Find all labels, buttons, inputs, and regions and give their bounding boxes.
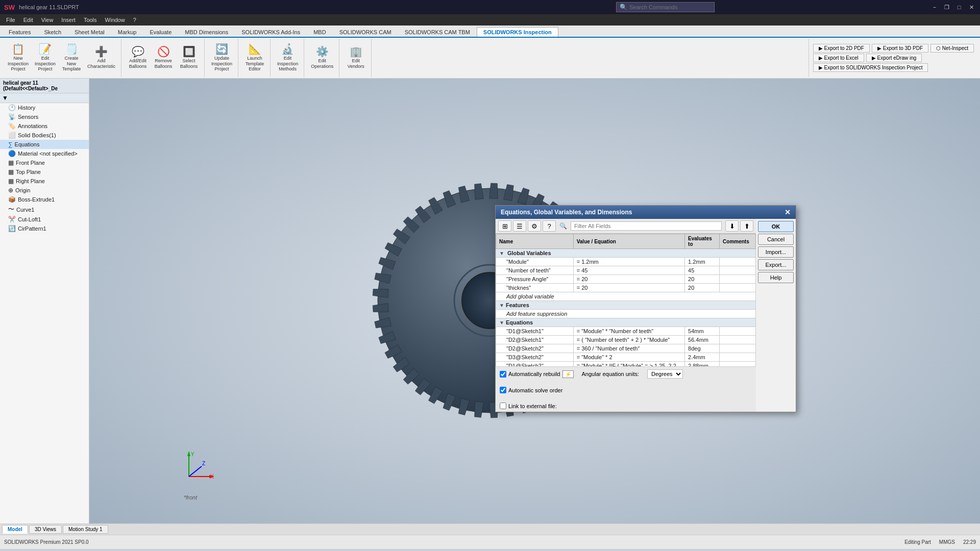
global-variable-row[interactable]: "Module"= 1.2mm1.2mm	[496, 258, 756, 266]
export-solidworks-inspection-button[interactable]: ▶ Export to SOLIDWORKS Inspection Projec…	[813, 63, 928, 72]
sidebar-item-boss-extrude1[interactable]: 📦 Boss-Extrude1	[0, 195, 89, 204]
select-balloons-button[interactable]: 🔲 SelectBalloons	[177, 44, 201, 72]
dialog-settings-button[interactable]: ⚙	[528, 220, 541, 232]
equation-row[interactable]: "D1@Sketch2"= "Module" * IIF ( "Module" …	[496, 362, 756, 367]
sidebar-item-annotations[interactable]: 🏷️ Annotations	[0, 121, 89, 131]
dialog-table-view-button[interactable]: ⊞	[498, 220, 511, 232]
auto-solve-checkbox[interactable]	[500, 387, 506, 393]
angular-units-select[interactable]: Degrees Radians	[647, 369, 683, 379]
import-button[interactable]: Import...	[758, 246, 794, 258]
add-feature-suppression-row[interactable]: Add feature suppression	[496, 310, 756, 318]
equation-row[interactable]: "D3@Sketch2"= "Module" * 22.4mm	[496, 353, 756, 362]
export-button[interactable]: Export...	[758, 259, 794, 270]
export-edrawing-button[interactable]: ▶ Export eDraw ing	[866, 54, 922, 62]
help-button[interactable]: Help	[758, 272, 794, 283]
sidebar-item-cut-loft1[interactable]: ✂️ Cut-Loft1	[0, 215, 89, 224]
edit-operations-button[interactable]: ⚙️ EditOperations	[308, 44, 336, 72]
add-global-variable-row[interactable]: Add global variable	[496, 292, 756, 301]
tab-sketch[interactable]: Sketch	[37, 27, 68, 37]
sidebar-item-curve1[interactable]: 〜 Curve1	[0, 204, 89, 215]
new-inspection-icon: 📋	[12, 44, 24, 54]
minimize-button[interactable]: −	[930, 3, 939, 12]
tab-sheet-metal[interactable]: Sheet Metal	[68, 27, 111, 37]
sidebar-item-material[interactable]: 🔵 Material <not specified>	[0, 149, 89, 158]
auto-rebuild-checkbox[interactable]	[500, 371, 506, 378]
net-inspect-button[interactable]: ⬡ Net-Inspect	[930, 44, 974, 53]
sidebar-item-origin[interactable]: ⊕ Origin	[0, 186, 89, 195]
ok-button[interactable]: OK	[758, 221, 794, 232]
tab-solidworks-cam-tbm[interactable]: SOLIDWORKS CAM TBM	[398, 27, 477, 37]
export-data-button[interactable]: ⬆	[740, 220, 753, 232]
edit-inspection-methods-button[interactable]: 🔬 EditInspectionMethods	[275, 41, 301, 74]
equation-row[interactable]: "D2@Sketch2"= 360 / "Number of teeth"8de…	[496, 344, 756, 353]
menu-tools[interactable]: Tools	[80, 16, 101, 24]
menu-help[interactable]: ?	[129, 16, 140, 24]
edit-inspection-button[interactable]: 📝 EditInspectionProject	[32, 41, 58, 74]
add-characteristic-button[interactable]: ➕ AddCharacteristic	[85, 44, 118, 72]
import-data-button[interactable]: ⬇	[725, 220, 739, 232]
launch-template-editor-button[interactable]: 📐 LaunchTemplateEditor	[242, 41, 267, 74]
menu-edit[interactable]: Edit	[19, 16, 37, 24]
dialog-main-content: ⊞ ☰ ⚙ ? 🔍 ⬇ ⬆ Nam	[496, 219, 756, 412]
link-external-label[interactable]: Link to external file:	[500, 403, 752, 409]
sidebar-item-cirpattern1[interactable]: 🔃 CirPattern1	[0, 224, 89, 233]
export-excel-button[interactable]: ▶ Export to Excel	[813, 54, 864, 62]
auto-solve-label[interactable]: Automatic solve order	[500, 387, 562, 393]
dialog-list-view-button[interactable]: ☰	[513, 220, 526, 232]
edit-vendors-button[interactable]: 🏢 EditVendors	[344, 44, 368, 72]
tab-solidworks-inspection[interactable]: SOLIDWORKS Inspection	[477, 27, 558, 37]
tab-mbd-dimensions[interactable]: MBD Dimensions	[178, 27, 235, 37]
link-external-checkbox[interactable]	[500, 403, 506, 409]
add-global-variable-link[interactable]: Add global variable	[496, 292, 756, 301]
maximize-button[interactable]: □	[954, 3, 964, 12]
close-button[interactable]: ✕	[967, 3, 976, 12]
sidebar-item-right-plane[interactable]: ▦ Right Plane	[0, 177, 89, 186]
filter-icon[interactable]: ▼	[2, 94, 8, 102]
dialog-title-bar[interactable]: Equations, Global Variables, and Dimensi…	[496, 206, 796, 219]
global-variable-row[interactable]: "Number of teeth"= 4545	[496, 266, 756, 275]
tab-evaluate[interactable]: Evaluate	[143, 27, 178, 37]
sidebar-item-front-plane[interactable]: ▦ Front Plane	[0, 158, 89, 167]
sidebar-item-solid-bodies[interactable]: ⬜ Solid Bodies(1)	[0, 131, 89, 140]
create-new-template-button[interactable]: 🗒️ CreateNewTemplate	[59, 41, 84, 74]
export-2d-pdf-button[interactable]: ▶ Export to 2D PDF	[813, 44, 870, 53]
menu-window[interactable]: Window	[101, 16, 129, 24]
export-3d-pdf-button[interactable]: ▶ Export to 3D PDF	[872, 44, 928, 53]
tab-mbd[interactable]: MBD	[307, 27, 332, 37]
equation-row[interactable]: "D1@Sketch1"= "Module" * "Number of teet…	[496, 327, 756, 336]
menu-view[interactable]: View	[37, 16, 58, 24]
add-feature-suppression-link[interactable]: Add feature suppression	[496, 310, 756, 318]
equations-expand-icon[interactable]: ▼	[499, 320, 504, 325]
sidebar-item-top-plane[interactable]: ▦ Top Plane	[0, 167, 89, 177]
auto-rebuild-label[interactable]: Automatically rebuild ⚡	[500, 370, 574, 378]
cancel-button[interactable]: Cancel	[758, 234, 794, 245]
tab-solidworks-addins[interactable]: SOLIDWORKS Add-Ins	[235, 27, 307, 37]
update-inspection-button[interactable]: 🔄 UpdateInspectionProject	[209, 41, 235, 74]
add-edit-balloons-button[interactable]: 💬 Add/EditBalloons	[126, 44, 150, 72]
equations-table-container[interactable]: Name Value / Equation Evaluates to Comme…	[496, 234, 756, 366]
restore-button[interactable]: ❐	[942, 3, 951, 12]
menu-insert[interactable]: Insert	[57, 16, 80, 24]
model-tab[interactable]: Model	[2, 525, 28, 534]
global-variable-row[interactable]: "thicknes"= 2020	[496, 284, 756, 292]
filter-input[interactable]	[571, 221, 722, 231]
3d-views-tab[interactable]: 3D Views	[29, 525, 62, 534]
motion-study-tab[interactable]: Motion Study 1	[63, 525, 108, 534]
eq-value: = "Module" * "Number of teeth"	[573, 327, 684, 336]
tab-features[interactable]: Features	[2, 27, 37, 37]
features-expand-icon[interactable]: ▼	[499, 303, 504, 308]
new-inspection-button[interactable]: 📋 NewInspectionProject	[5, 41, 31, 74]
sidebar-item-history[interactable]: 🕐 History	[0, 103, 89, 112]
dialog-close-icon[interactable]: ✕	[785, 208, 791, 216]
tab-solidworks-cam[interactable]: SOLIDWORKS CAM	[333, 27, 398, 37]
global-vars-expand-icon[interactable]: ▼	[499, 251, 504, 256]
search-input[interactable]	[629, 4, 711, 10]
dialog-help-button[interactable]: ?	[543, 220, 556, 232]
sidebar-item-sensors[interactable]: 📡 Sensors	[0, 112, 89, 121]
remove-balloons-button[interactable]: 🚫 RemoveBalloons	[151, 44, 176, 72]
sidebar-item-equations[interactable]: ∑ Equations	[0, 140, 89, 149]
global-variable-row[interactable]: "Pressure Angle"= 2020	[496, 275, 756, 284]
equation-row[interactable]: "D2@Sketch1"= ( "Number of teeth" + 2 ) …	[496, 336, 756, 344]
menu-file[interactable]: File	[2, 16, 19, 24]
tab-markup[interactable]: Markup	[111, 27, 143, 37]
